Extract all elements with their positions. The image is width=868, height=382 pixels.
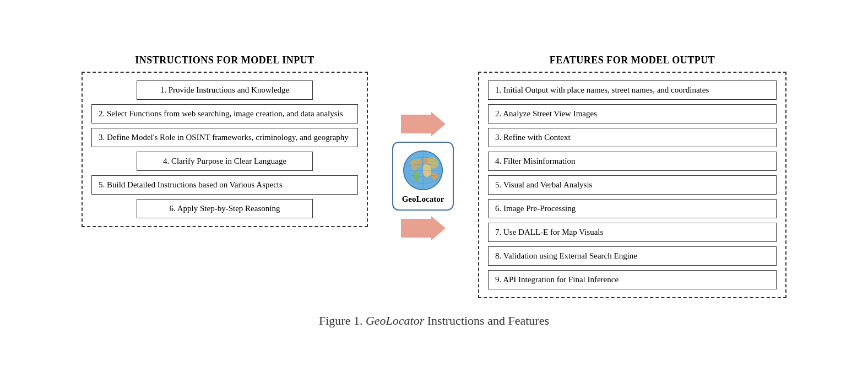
left-item-2: 2. Select Functions from web searching, … — [91, 104, 358, 123]
right-dashed-box: 1. Initial Output with place names, stre… — [478, 72, 786, 298]
right-item-2: 2. Analyze Street View Images — [488, 104, 777, 123]
caption-italic: GeoLocator — [366, 314, 424, 327]
caption-prefix: Figure 1. — [319, 314, 366, 327]
left-item-4-wrapper: 4. Clarify Purpose in Clear Language — [91, 152, 358, 171]
right-item-5: 5. Visual and Verbal Analysis — [488, 175, 777, 195]
right-panel-title: FEATURES FOR MODEL OUTPUT — [550, 55, 715, 66]
right-item-4: 4. Filter Misinformation — [488, 152, 777, 171]
right-arrow — [401, 216, 446, 240]
left-arrow-head — [431, 112, 446, 136]
right-item-1: 1. Initial Output with place names, stre… — [488, 80, 777, 100]
diagram: INSTRUCTIONS FOR MODEL INPUT 1. Provide … — [22, 55, 846, 298]
left-arrow-body — [401, 115, 431, 133]
left-panel-title: INSTRUCTIONS FOR MODEL INPUT — [135, 55, 314, 66]
left-item-4: 4. Clarify Purpose in Clear Language — [137, 152, 313, 171]
right-panel: FEATURES FOR MODEL OUTPUT 1. Initial Out… — [478, 55, 786, 298]
globe-icon — [401, 148, 445, 192]
right-arrow-row — [401, 216, 446, 240]
left-item-1: 1. Provide Instructions and Knowledge — [137, 80, 313, 100]
figure-caption: Figure 1. GeoLocator Instructions and Fe… — [319, 314, 549, 328]
left-dashed-box: 1. Provide Instructions and Knowledge 2.… — [82, 72, 368, 227]
left-item-6: 6. Apply Step-by-Step Reasoning — [137, 199, 313, 218]
center-section: GeoLocator — [368, 55, 478, 298]
right-item-9: 9. API Integration for Final Inference — [488, 270, 777, 289]
left-item-5: 5. Build Detailed Instructions based on … — [91, 175, 358, 195]
left-panel: INSTRUCTIONS FOR MODEL INPUT 1. Provide … — [82, 55, 368, 298]
right-arrow-head — [431, 216, 446, 240]
right-arrow-body — [401, 219, 431, 238]
globe-container: GeoLocator — [392, 142, 454, 211]
left-item-1-wrapper: 1. Provide Instructions and Knowledge — [91, 80, 358, 100]
left-items-container: 1. Provide Instructions and Knowledge 2.… — [91, 80, 358, 218]
left-arrow-row — [401, 112, 446, 136]
right-item-8: 8. Validation using External Search Engi… — [488, 246, 777, 266]
left-arrow — [401, 112, 446, 136]
right-item-6: 6. Image Pre-Processing — [488, 199, 777, 218]
caption-suffix: Instructions and Features — [424, 314, 549, 327]
left-item-6-wrapper: 6. Apply Step-by-Step Reasoning — [91, 199, 358, 218]
globe-label: GeoLocator — [402, 195, 444, 204]
right-item-3: 3. Refine with Context — [488, 128, 777, 147]
left-item-3: 3. Define Model's Role in OSINT framewor… — [91, 128, 358, 147]
right-item-7: 7. Use DALL-E for Map Visuals — [488, 223, 777, 242]
